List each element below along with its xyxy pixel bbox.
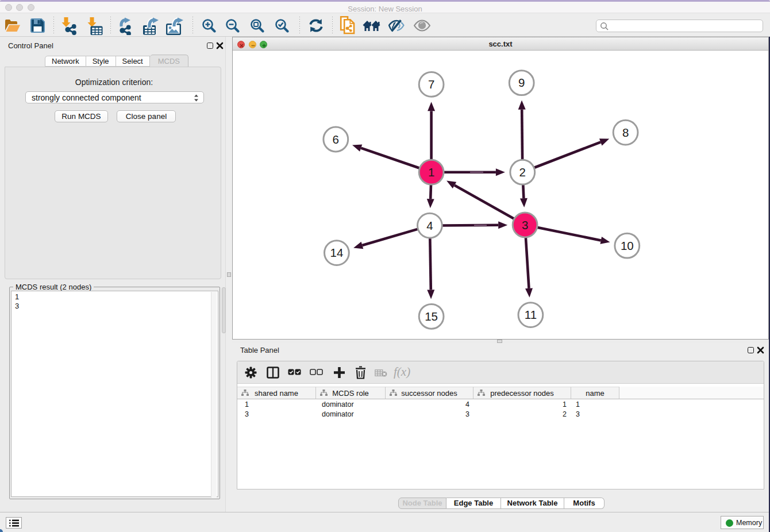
svg-text:7: 7 — [428, 78, 434, 91]
svg-text:9: 9 — [518, 76, 525, 89]
svg-text:15: 15 — [425, 310, 438, 323]
svg-text:6: 6 — [333, 133, 339, 146]
svg-text:4: 4 — [426, 219, 433, 232]
svg-text:2: 2 — [519, 165, 526, 179]
svg-text:1: 1 — [428, 165, 434, 179]
svg-text:3: 3 — [522, 218, 528, 232]
svg-text:10: 10 — [621, 239, 634, 252]
svg-text:11: 11 — [525, 308, 537, 321]
svg-text:14: 14 — [330, 246, 343, 259]
svg-text:8: 8 — [622, 126, 629, 139]
